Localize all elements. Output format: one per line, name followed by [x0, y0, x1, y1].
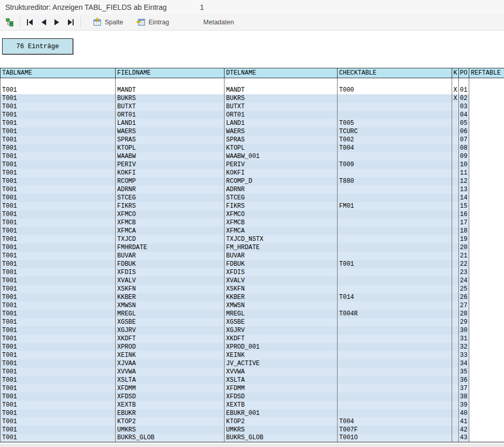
table-row[interactable]: T001XFDISXFDIS23: [1, 268, 504, 277]
cell-k: [452, 136, 459, 144]
table-row[interactable]: T001WAERSWAERSTCURC06: [1, 127, 504, 136]
table-row[interactable]: T001XFMCOXFMCO16: [1, 210, 504, 219]
table-row[interactable]: T001BUKRS_GLOBBUKRS_GLOBT001O43: [1, 434, 504, 442]
cell-reftable: [469, 94, 504, 103]
table-row[interactable]: T001KOKFIKOKFI11: [1, 169, 504, 177]
table-row[interactable]: T001XSLTAXSLTA36: [1, 376, 504, 384]
table-row[interactable]: T001FDBUKFDBUKT00122: [1, 260, 504, 268]
table-row[interactable]: T001KKBERKKBERT01426: [1, 293, 504, 301]
table-row[interactable]: T001XGJRVXGJRV30: [1, 326, 504, 335]
horizontal-scrollbar[interactable]: [0, 443, 504, 447]
table-row[interactable]: T001STCEGSTCEG14: [1, 194, 504, 202]
cell-dtelname: JV_ACTIVE: [225, 359, 338, 368]
table-row[interactable]: T001XFMCBXFMCB17: [1, 219, 504, 227]
cell-k: [452, 351, 459, 359]
table-row[interactable]: T001RCOMPRCOMP_DT88012: [1, 177, 504, 185]
cell-fieldname: XSKFN: [116, 285, 225, 293]
cell-checktable: [338, 235, 452, 243]
last-entry-button[interactable]: [64, 16, 77, 29]
cell-po: 17: [459, 219, 469, 227]
table-row[interactable]: T001XVALVXVALV24: [1, 277, 504, 285]
table-row[interactable]: T001XFMCAXFMCA18: [1, 227, 504, 235]
column-header-reftable[interactable]: REFTABLE: [469, 68, 504, 78]
table-row[interactable]: T001XEINKXEINK33: [1, 351, 504, 359]
column-header-tablname[interactable]: TABLNAME: [1, 68, 116, 78]
cell-po: 20: [459, 243, 469, 252]
cell-reftable: [469, 111, 504, 119]
table-row[interactable]: T001WAABWWAABW_00109: [1, 152, 504, 161]
cell-fieldname: BUVAR: [116, 252, 225, 260]
table-row[interactable]: T001BUKRSBUKRSX02: [1, 94, 504, 103]
spacer-cell: [459, 78, 469, 86]
page-title: Struktureditor: Anzeigen TABL_FIELDS ab …: [5, 3, 167, 11]
cell-checktable: T009: [338, 161, 452, 169]
table-row[interactable]: T001PERIVPERIVT00910: [1, 161, 504, 169]
table-row[interactable]: T001MANDTMANDTT000X01: [1, 86, 504, 94]
table-row[interactable]: T001XEXTBXEXTB39: [1, 401, 504, 409]
title-bar: Struktureditor: Anzeigen TABL_FIELDS ab …: [0, 0, 504, 14]
cell-k: [452, 260, 459, 268]
table-row[interactable]: T001XFDSDXFDSD38: [1, 393, 504, 401]
table-row[interactable]: T001XMWSNXMWSN27: [1, 301, 504, 310]
cell-k: [452, 177, 459, 185]
cell-po: 12: [459, 177, 469, 185]
table-row[interactable]: T001EBUKREBUKR_00140: [1, 409, 504, 417]
eintrag-button[interactable]: Eintrag: [134, 16, 172, 29]
table-row[interactable]: T001BUVARBUVAR21: [1, 252, 504, 260]
table-row[interactable]: T001FIKRSFIKRSFM0115: [1, 202, 504, 210]
previous-entry-button[interactable]: [37, 16, 50, 29]
cell-checktable: [338, 194, 452, 202]
entries-count-button[interactable]: 76 Einträge: [2, 38, 73, 54]
table-row[interactable]: T001XKDFTXKDFT31: [1, 335, 504, 343]
table-row[interactable]: T001MREGLMREGLT004R28: [1, 310, 504, 318]
metadaten-button[interactable]: Metadaten: [201, 16, 236, 29]
spalte-button[interactable]: Spalte: [90, 16, 125, 29]
cell-tablname: T001: [1, 277, 116, 285]
table-row[interactable]: T001KTOP2KTOP2T00441: [1, 417, 504, 426]
table-row[interactable]: T001TXJCDTXJCD_NSTX19: [1, 235, 504, 243]
cell-reftable: [469, 393, 504, 401]
cell-reftable: [469, 127, 504, 136]
cell-checktable: T007F: [338, 426, 452, 434]
column-header-fieldname[interactable]: FIELDNAME: [116, 68, 225, 78]
table-row[interactable]: T001LAND1LAND1T00505: [1, 119, 504, 127]
next-entry-button[interactable]: [51, 16, 63, 29]
table-row[interactable]: T001UMKRSUMKRST007F42: [1, 426, 504, 434]
cell-fieldname: ADRNR: [116, 185, 225, 194]
table-row[interactable]: T001FMHRDATEFM_HRDATE20: [1, 243, 504, 252]
cell-fieldname: FIKRS: [116, 202, 225, 210]
table-row[interactable]: T001XFDMMXFDMM37: [1, 384, 504, 393]
cell-po: 42: [459, 426, 469, 434]
cell-checktable: [338, 351, 452, 359]
table-row[interactable]: T001XPRODXPROD_00132: [1, 343, 504, 351]
cell-reftable: [469, 219, 504, 227]
table-body: T001MANDTMANDTT000X01T001BUKRSBUKRSX02T0…: [1, 78, 504, 442]
first-entry-button[interactable]: [23, 16, 36, 29]
table-row[interactable]: T001XVVWAXVVWA35: [1, 368, 504, 376]
column-header-po[interactable]: PO: [459, 68, 469, 78]
table-row[interactable]: T001XJVAAJV_ACTIVE34: [1, 359, 504, 368]
table-row[interactable]: T001XSKFNXSKFN25: [1, 285, 504, 293]
cell-fieldname: KTOPL: [116, 144, 225, 152]
column-header-checktable[interactable]: CHECKTABLE: [338, 68, 452, 78]
table-row[interactable]: T001ORT01ORT0104: [1, 111, 504, 119]
cell-po: 33: [459, 351, 469, 359]
row-table-icon: [136, 18, 145, 26]
table-row[interactable]: T001SPRASSPRAST00207: [1, 136, 504, 144]
cell-fieldname: SPRAS: [116, 136, 225, 144]
column-header-dtelname[interactable]: DTELNAME: [225, 68, 338, 78]
cell-tablname: T001: [1, 119, 116, 127]
cell-k: [452, 409, 459, 417]
cell-po: 24: [459, 277, 469, 285]
cell-reftable: [469, 310, 504, 318]
cell-po: 22: [459, 260, 469, 268]
table-row[interactable]: T001KTOPLKTOPLT00408: [1, 144, 504, 152]
table-row[interactable]: T001BUTXTBUTXT03: [1, 103, 504, 111]
cell-k: [452, 434, 459, 442]
table-row[interactable]: T001XGSBEXGSBE29: [1, 318, 504, 326]
column-header-k[interactable]: K: [452, 68, 459, 78]
hierarchy-button[interactable]: [3, 16, 17, 29]
cell-dtelname: MREGL: [225, 310, 338, 318]
table-row[interactable]: T001ADRNRADRNR13: [1, 185, 504, 194]
cell-dtelname: FDBUK: [225, 260, 338, 268]
